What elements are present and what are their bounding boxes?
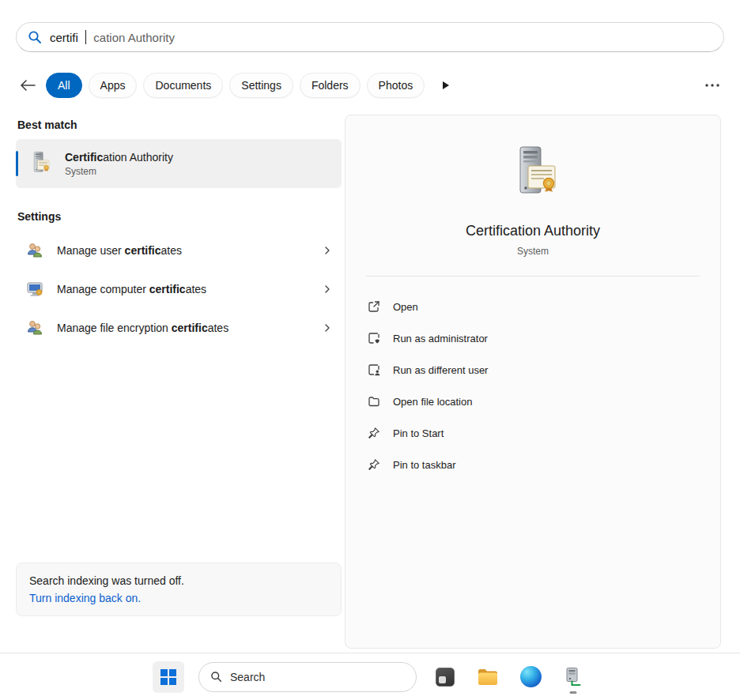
filter-tab-settings[interactable]: Settings bbox=[229, 73, 293, 98]
filter-row: All Apps Documents Settings Folders Phot… bbox=[16, 71, 724, 100]
text-caret bbox=[85, 30, 87, 44]
action-pin-to-taskbar[interactable]: Pin to taskbar bbox=[345, 449, 720, 480]
chevron-right-icon[interactable] bbox=[323, 284, 332, 294]
action-label: Open bbox=[393, 301, 418, 313]
preview-title: Certification Authority bbox=[345, 223, 720, 239]
user-certificates-icon bbox=[25, 241, 44, 260]
preview-subtitle: System bbox=[345, 246, 720, 257]
action-open-file-location[interactable]: Open file location bbox=[345, 386, 720, 417]
preview-panel: Certification Authority System Open Run … bbox=[345, 115, 721, 649]
running-app-indicator bbox=[570, 691, 577, 694]
divider bbox=[366, 276, 700, 277]
result-manage-file-encryption-certificates[interactable]: Manage file encryption certificates bbox=[16, 308, 342, 347]
action-label: Run as administrator bbox=[393, 333, 488, 344]
action-label: Open file location bbox=[393, 396, 472, 408]
best-match-subtitle: System bbox=[65, 166, 173, 177]
search-icon bbox=[28, 30, 42, 44]
file-encryption-certificates-icon bbox=[25, 318, 44, 337]
search-icon bbox=[210, 671, 222, 683]
action-run-as-different-user[interactable]: Run as different user bbox=[345, 354, 720, 386]
selection-accent-bar bbox=[16, 151, 18, 176]
filter-tab-all[interactable]: All bbox=[46, 73, 82, 98]
certification-authority-icon bbox=[25, 151, 54, 176]
filter-tab-apps[interactable]: Apps bbox=[89, 73, 138, 98]
best-match-title: Certification Authority bbox=[65, 151, 173, 164]
filter-tab-folders[interactable]: Folders bbox=[300, 73, 361, 98]
best-match-header: Best match bbox=[17, 119, 342, 131]
best-match-text: Certification Authority System bbox=[65, 151, 173, 177]
indexing-notice-message: Search indexing was turned off. bbox=[29, 574, 328, 587]
back-button[interactable] bbox=[16, 73, 40, 97]
taskbar-edge[interactable] bbox=[516, 663, 545, 691]
action-pin-to-start[interactable]: Pin to Start bbox=[345, 417, 720, 449]
action-label: Pin to taskbar bbox=[393, 459, 456, 471]
options-ellipsis-icon[interactable] bbox=[700, 73, 724, 97]
edge-browser-icon bbox=[520, 666, 542, 687]
more-filters-icon[interactable] bbox=[437, 77, 455, 94]
results-panel: Best match bbox=[16, 119, 342, 347]
action-open[interactable]: Open bbox=[345, 291, 720, 322]
open-icon bbox=[368, 300, 380, 313]
taskbar-search-label: Search bbox=[230, 671, 265, 683]
taskbar: Search bbox=[0, 653, 740, 700]
search-input[interactable]: certifi cation Authority bbox=[16, 22, 724, 52]
pin-icon bbox=[368, 427, 380, 439]
pin-icon bbox=[368, 458, 380, 471]
settings-section-header: Settings bbox=[17, 210, 342, 223]
result-label: Manage file encryption certificates bbox=[57, 322, 228, 334]
filter-tab-documents[interactable]: Documents bbox=[143, 73, 223, 98]
filter-tab-photos[interactable]: Photos bbox=[367, 73, 425, 98]
result-label: Manage user certificates bbox=[57, 244, 182, 257]
run-as-administrator-icon bbox=[368, 332, 380, 344]
action-run-as-administrator[interactable]: Run as administrator bbox=[345, 322, 720, 354]
taskbar-file-explorer[interactable] bbox=[474, 663, 502, 691]
run-as-different-user-icon bbox=[368, 363, 380, 376]
dark-window-icon bbox=[436, 668, 455, 687]
taskbar-search-box[interactable]: Search bbox=[198, 662, 417, 692]
computer-certificates-icon bbox=[25, 280, 44, 299]
turn-indexing-on-link[interactable]: Turn indexing back on. bbox=[29, 592, 141, 604]
result-manage-computer-certificates[interactable]: Manage computer certificates bbox=[16, 269, 342, 308]
windows-logo-icon bbox=[160, 669, 176, 685]
server-console-icon bbox=[563, 667, 583, 687]
chevron-right-icon[interactable] bbox=[323, 323, 332, 333]
taskbar-app-dark-window[interactable] bbox=[431, 663, 459, 691]
result-label: Manage computer certificates bbox=[57, 283, 206, 295]
action-label: Pin to Start bbox=[393, 427, 444, 439]
search-query-typed: certifi bbox=[50, 31, 78, 44]
file-explorer-icon bbox=[477, 668, 499, 687]
best-match-result[interactable]: Certification Authority System bbox=[16, 139, 342, 188]
search-query-suggestion: cation Authority bbox=[93, 31, 175, 44]
folder-icon bbox=[368, 395, 380, 408]
action-label: Run as different user bbox=[393, 364, 488, 376]
chevron-right-icon[interactable] bbox=[323, 246, 332, 255]
certification-authority-large-icon bbox=[345, 145, 720, 202]
indexing-notice-card: Search indexing was turned off. Turn ind… bbox=[16, 563, 342, 616]
start-button[interactable] bbox=[153, 661, 184, 693]
result-manage-user-certificates[interactable]: Manage user certificates bbox=[16, 231, 342, 269]
taskbar-server-console[interactable] bbox=[559, 663, 587, 691]
